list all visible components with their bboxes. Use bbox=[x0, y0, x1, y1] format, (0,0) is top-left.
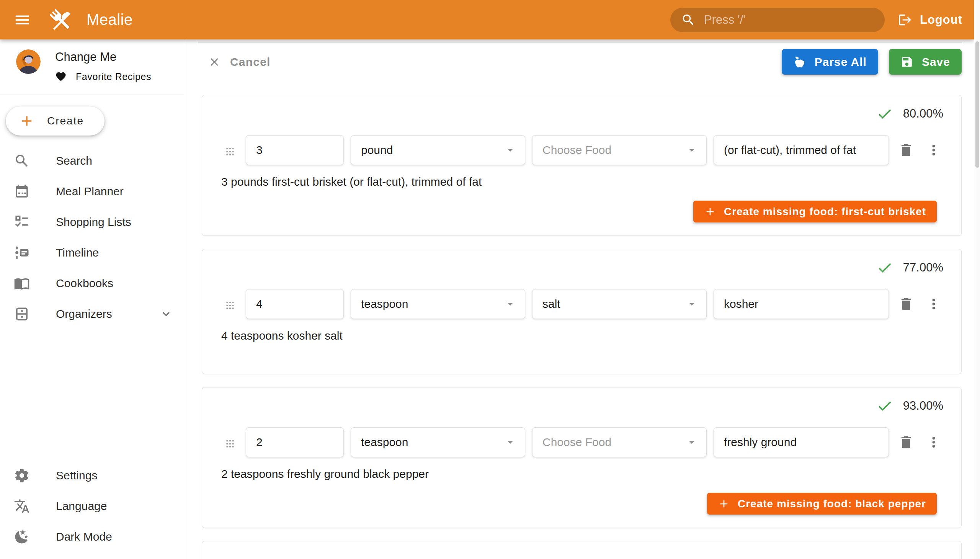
more-options-button[interactable] bbox=[923, 432, 944, 453]
delete-button[interactable] bbox=[896, 432, 916, 453]
mealie-logo-icon bbox=[48, 7, 73, 33]
app-bar: Mealie Logout bbox=[0, 0, 974, 40]
original-ingredient-text: 4 teaspoons kosher salt bbox=[221, 329, 944, 342]
scrollbar-track[interactable] bbox=[974, 0, 980, 559]
food-placeholder: Choose Food bbox=[542, 436, 611, 449]
unit-select[interactable]: teaspoon bbox=[350, 289, 525, 319]
close-icon bbox=[208, 56, 221, 69]
ingredient-card-partial bbox=[202, 541, 962, 559]
ingredient-inputs-row: teaspoon salt bbox=[221, 289, 944, 319]
favorite-recipes-link[interactable]: Favorite Recipes bbox=[55, 71, 151, 82]
menu-down-icon bbox=[686, 436, 698, 448]
ingredient-cards: 80.00% pound Choose Food bbox=[202, 95, 962, 559]
trash-icon bbox=[898, 142, 914, 158]
check-icon bbox=[876, 105, 893, 122]
menu-button[interactable] bbox=[12, 9, 33, 31]
sidebar-bottom-nav: Settings Language Dark Mode bbox=[0, 460, 184, 552]
delete-button[interactable] bbox=[896, 140, 916, 160]
sidebar-item-label: Shopping Lists bbox=[56, 215, 131, 228]
sidebar-item-organizers[interactable]: Organizers bbox=[0, 299, 184, 329]
quantity-input[interactable] bbox=[246, 289, 344, 319]
parse-all-button[interactable]: Parse All bbox=[782, 49, 878, 74]
delete-button[interactable] bbox=[896, 294, 916, 314]
drag-handle[interactable] bbox=[221, 141, 239, 159]
user-block: Change Me Favorite Recipes bbox=[0, 40, 184, 82]
food-select[interactable]: salt bbox=[532, 289, 707, 319]
favorite-recipes-label: Favorite Recipes bbox=[76, 71, 151, 82]
plus-icon bbox=[718, 498, 730, 510]
timeline-icon bbox=[14, 245, 30, 261]
menu-down-icon bbox=[504, 298, 516, 310]
moon-icon bbox=[14, 529, 30, 545]
translate-icon bbox=[14, 498, 30, 514]
apple-icon bbox=[793, 56, 806, 69]
quantity-field bbox=[246, 427, 344, 457]
sidebar-item-settings[interactable]: Settings bbox=[0, 460, 184, 491]
kebab-icon bbox=[925, 434, 942, 450]
search-icon bbox=[14, 153, 30, 169]
global-search[interactable] bbox=[670, 8, 885, 32]
note-input[interactable] bbox=[714, 428, 889, 457]
sidebar-item-timeline[interactable]: Timeline bbox=[0, 237, 184, 268]
checklist-icon bbox=[14, 214, 30, 230]
scrollbar-thumb[interactable] bbox=[975, 41, 979, 168]
quantity-input[interactable] bbox=[246, 136, 344, 165]
sidebar-item-language[interactable]: Language bbox=[0, 491, 184, 521]
sidebar-item-cookbooks[interactable]: Cookbooks bbox=[0, 268, 184, 299]
menu-down-icon bbox=[686, 144, 698, 156]
save-label: Save bbox=[922, 56, 950, 69]
confidence-row: 93.00% bbox=[221, 395, 944, 417]
parser-toolbar: Cancel Parse All Save bbox=[202, 49, 962, 74]
drag-icon bbox=[221, 141, 239, 159]
unit-value: teaspoon bbox=[361, 436, 408, 449]
note-input[interactable] bbox=[714, 289, 889, 319]
user-name: Change Me bbox=[55, 50, 151, 64]
heart-icon bbox=[55, 71, 67, 82]
more-options-button[interactable] bbox=[923, 294, 944, 314]
unit-value: teaspoon bbox=[361, 298, 408, 311]
drag-handle[interactable] bbox=[221, 433, 239, 451]
check-icon bbox=[876, 397, 893, 414]
search-icon bbox=[681, 13, 696, 27]
food-select[interactable]: Choose Food bbox=[532, 135, 707, 165]
food-placeholder: Choose Food bbox=[542, 144, 611, 157]
note-field bbox=[714, 135, 889, 165]
sidebar-item-shopping-lists[interactable]: Shopping Lists bbox=[0, 207, 184, 237]
confidence-value: 93.00% bbox=[903, 399, 943, 413]
cancel-button[interactable]: Cancel bbox=[208, 56, 271, 69]
sidebar-item-label: Search bbox=[56, 154, 92, 167]
unit-select[interactable]: teaspoon bbox=[350, 427, 525, 457]
parse-all-label: Parse All bbox=[815, 56, 867, 69]
create-missing-food-label: Create missing food: black pepper bbox=[738, 498, 926, 510]
create-missing-food-button[interactable]: Create missing food: black pepper bbox=[707, 493, 937, 514]
sidebar-item-dark-mode[interactable]: Dark Mode bbox=[0, 521, 184, 552]
create-missing-food-button[interactable]: Create missing food: first-cut brisket bbox=[693, 201, 937, 222]
trash-icon bbox=[898, 296, 914, 312]
drag-handle[interactable] bbox=[221, 295, 239, 313]
unit-value: pound bbox=[361, 144, 393, 157]
quantity-input[interactable] bbox=[246, 428, 344, 457]
search-input[interactable] bbox=[704, 13, 877, 27]
sidebar-item-label: Cookbooks bbox=[56, 277, 113, 290]
avatar[interactable] bbox=[16, 50, 41, 74]
confidence-value: 77.00% bbox=[903, 261, 943, 275]
sidebar-item-label: Timeline bbox=[56, 246, 99, 259]
create-label: Create bbox=[47, 115, 84, 127]
book-icon bbox=[14, 275, 30, 291]
create-button[interactable]: Create bbox=[6, 106, 104, 136]
missing-food-row: Create missing food: black pepper bbox=[221, 493, 944, 514]
sidebar-item-search[interactable]: Search bbox=[0, 146, 184, 176]
save-button[interactable]: Save bbox=[889, 49, 962, 74]
confidence-value: 80.00% bbox=[903, 107, 943, 121]
more-options-button[interactable] bbox=[923, 140, 944, 160]
note-input[interactable] bbox=[714, 136, 889, 165]
kebab-icon bbox=[925, 142, 942, 158]
sidebar-item-label: Meal Planner bbox=[56, 185, 124, 198]
logout-button[interactable]: Logout bbox=[898, 13, 962, 27]
plus-icon bbox=[19, 113, 35, 129]
food-select[interactable]: Choose Food bbox=[532, 427, 707, 457]
sidebar-item-meal-planner[interactable]: Meal Planner bbox=[0, 176, 184, 207]
create-missing-food-label: Create missing food: first-cut brisket bbox=[724, 206, 926, 218]
unit-select[interactable]: pound bbox=[350, 135, 525, 165]
ingredient-inputs-row: teaspoon Choose Food bbox=[221, 427, 944, 457]
